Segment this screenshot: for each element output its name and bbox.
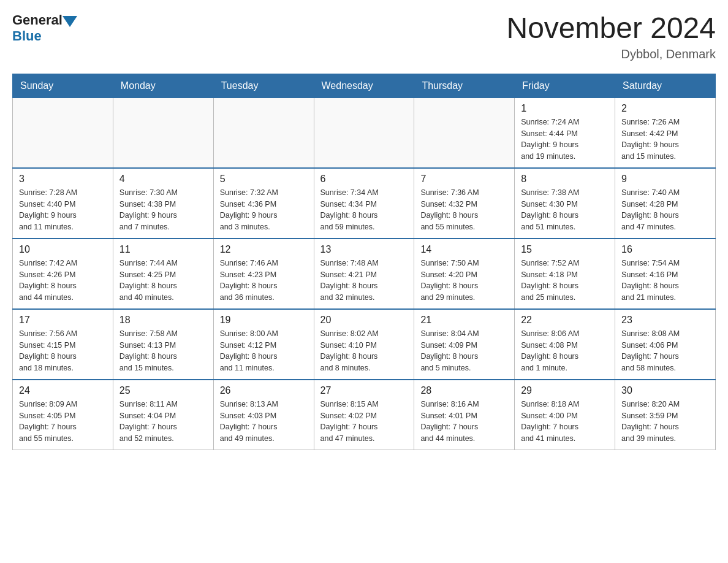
- day-number: 25: [119, 385, 207, 396]
- calendar-day-cell: 4Sunrise: 7:30 AM Sunset: 4:38 PM Daylig…: [113, 168, 213, 239]
- day-of-week-header: Saturday: [615, 74, 716, 98]
- calendar-day-cell: [113, 98, 213, 168]
- day-of-week-header: Wednesday: [314, 74, 414, 98]
- day-info: Sunrise: 7:56 AM Sunset: 4:15 PM Dayligh…: [19, 328, 107, 374]
- calendar-day-cell: 16Sunrise: 7:54 AM Sunset: 4:16 PM Dayli…: [615, 239, 716, 309]
- day-info: Sunrise: 8:18 AM Sunset: 4:00 PM Dayligh…: [521, 399, 609, 445]
- day-info: Sunrise: 8:08 AM Sunset: 4:06 PM Dayligh…: [621, 328, 709, 374]
- calendar-day-cell: 10Sunrise: 7:42 AM Sunset: 4:26 PM Dayli…: [13, 239, 113, 309]
- day-number: 17: [19, 315, 107, 326]
- day-info: Sunrise: 7:24 AM Sunset: 4:44 PM Dayligh…: [521, 117, 609, 163]
- calendar-header-row: SundayMondayTuesdayWednesdayThursdayFrid…: [13, 74, 716, 98]
- day-number: 7: [420, 174, 508, 185]
- calendar-day-cell: 3Sunrise: 7:28 AM Sunset: 4:40 PM Daylig…: [13, 168, 113, 239]
- calendar-day-cell: 28Sunrise: 8:16 AM Sunset: 4:01 PM Dayli…: [414, 380, 515, 450]
- calendar-day-cell: 25Sunrise: 8:11 AM Sunset: 4:04 PM Dayli…: [113, 380, 213, 450]
- calendar-day-cell: 21Sunrise: 8:04 AM Sunset: 4:09 PM Dayli…: [414, 309, 515, 380]
- calendar-day-cell: 8Sunrise: 7:38 AM Sunset: 4:30 PM Daylig…: [515, 168, 615, 239]
- day-info: Sunrise: 7:42 AM Sunset: 4:26 PM Dayligh…: [19, 258, 107, 304]
- day-info: Sunrise: 7:32 AM Sunset: 4:36 PM Dayligh…: [220, 187, 308, 233]
- day-info: Sunrise: 7:48 AM Sunset: 4:21 PM Dayligh…: [320, 258, 408, 304]
- day-info: Sunrise: 8:06 AM Sunset: 4:08 PM Dayligh…: [521, 328, 609, 374]
- calendar-day-cell: 22Sunrise: 8:06 AM Sunset: 4:08 PM Dayli…: [515, 309, 615, 380]
- calendar-day-cell: 27Sunrise: 8:15 AM Sunset: 4:02 PM Dayli…: [314, 380, 414, 450]
- logo-group: General Blue: [12, 12, 77, 44]
- calendar-day-cell: 29Sunrise: 8:18 AM Sunset: 4:00 PM Dayli…: [515, 380, 615, 450]
- calendar-day-cell: 30Sunrise: 8:20 AM Sunset: 3:59 PM Dayli…: [615, 380, 716, 450]
- calendar-day-cell: 2Sunrise: 7:26 AM Sunset: 4:42 PM Daylig…: [615, 98, 716, 168]
- day-number: 8: [521, 174, 609, 185]
- calendar-day-cell: 14Sunrise: 7:50 AM Sunset: 4:20 PM Dayli…: [414, 239, 515, 309]
- day-info: Sunrise: 8:15 AM Sunset: 4:02 PM Dayligh…: [320, 399, 408, 445]
- day-number: 15: [521, 244, 609, 255]
- day-of-week-header: Friday: [515, 74, 615, 98]
- month-title: November 2024: [506, 12, 716, 45]
- calendar-day-cell: 6Sunrise: 7:34 AM Sunset: 4:34 PM Daylig…: [314, 168, 414, 239]
- day-number: 30: [621, 385, 709, 396]
- calendar-day-cell: 23Sunrise: 8:08 AM Sunset: 4:06 PM Dayli…: [615, 309, 716, 380]
- day-number: 1: [521, 103, 609, 114]
- day-number: 6: [320, 174, 408, 185]
- day-number: 18: [119, 315, 207, 326]
- day-info: Sunrise: 8:20 AM Sunset: 3:59 PM Dayligh…: [621, 399, 709, 445]
- day-info: Sunrise: 7:54 AM Sunset: 4:16 PM Dayligh…: [621, 258, 709, 304]
- day-number: 20: [320, 315, 408, 326]
- day-number: 4: [119, 174, 207, 185]
- day-number: 3: [19, 174, 107, 185]
- day-of-week-header: Thursday: [414, 74, 515, 98]
- day-info: Sunrise: 8:16 AM Sunset: 4:01 PM Dayligh…: [420, 399, 508, 445]
- day-number: 5: [220, 174, 308, 185]
- calendar-day-cell: [213, 98, 314, 168]
- calendar-day-cell: 11Sunrise: 7:44 AM Sunset: 4:25 PM Dayli…: [113, 239, 213, 309]
- logo-top-row: General: [12, 12, 77, 28]
- calendar-day-cell: 20Sunrise: 8:02 AM Sunset: 4:10 PM Dayli…: [314, 309, 414, 380]
- day-number: 11: [119, 244, 207, 255]
- day-number: 16: [621, 244, 709, 255]
- day-info: Sunrise: 7:44 AM Sunset: 4:25 PM Dayligh…: [119, 258, 207, 304]
- calendar-day-cell: 9Sunrise: 7:40 AM Sunset: 4:28 PM Daylig…: [615, 168, 716, 239]
- day-info: Sunrise: 8:00 AM Sunset: 4:12 PM Dayligh…: [220, 328, 308, 374]
- day-number: 27: [320, 385, 408, 396]
- day-info: Sunrise: 7:46 AM Sunset: 4:23 PM Dayligh…: [220, 258, 308, 304]
- day-number: 2: [621, 103, 709, 114]
- title-section: November 2024 Dybbol, Denmark: [506, 12, 716, 61]
- calendar-day-cell: 5Sunrise: 7:32 AM Sunset: 4:36 PM Daylig…: [213, 168, 314, 239]
- calendar-week-row: 17Sunrise: 7:56 AM Sunset: 4:15 PM Dayli…: [13, 309, 716, 380]
- calendar-day-cell: 18Sunrise: 7:58 AM Sunset: 4:13 PM Dayli…: [113, 309, 213, 380]
- calendar-week-row: 24Sunrise: 8:09 AM Sunset: 4:05 PM Dayli…: [13, 380, 716, 450]
- day-number: 14: [420, 244, 508, 255]
- day-number: 26: [220, 385, 308, 396]
- day-number: 19: [220, 315, 308, 326]
- day-number: 23: [621, 315, 709, 326]
- day-number: 24: [19, 385, 107, 396]
- logo: General Blue: [12, 12, 77, 44]
- day-info: Sunrise: 7:38 AM Sunset: 4:30 PM Dayligh…: [521, 187, 609, 233]
- day-info: Sunrise: 7:26 AM Sunset: 4:42 PM Dayligh…: [621, 117, 709, 163]
- calendar-day-cell: 15Sunrise: 7:52 AM Sunset: 4:18 PM Dayli…: [515, 239, 615, 309]
- calendar-table: SundayMondayTuesdayWednesdayThursdayFrid…: [12, 74, 716, 450]
- day-number: 22: [521, 315, 609, 326]
- calendar-day-cell: 13Sunrise: 7:48 AM Sunset: 4:21 PM Dayli…: [314, 239, 414, 309]
- logo-general-text: General: [12, 12, 63, 28]
- day-info: Sunrise: 7:36 AM Sunset: 4:32 PM Dayligh…: [420, 187, 508, 233]
- calendar-day-cell: 12Sunrise: 7:46 AM Sunset: 4:23 PM Dayli…: [213, 239, 314, 309]
- calendar-week-row: 3Sunrise: 7:28 AM Sunset: 4:40 PM Daylig…: [13, 168, 716, 239]
- calendar-day-cell: [314, 98, 414, 168]
- calendar-day-cell: [13, 98, 113, 168]
- day-info: Sunrise: 8:11 AM Sunset: 4:04 PM Dayligh…: [119, 399, 207, 445]
- logo-blue-text: Blue: [12, 28, 77, 44]
- day-info: Sunrise: 7:52 AM Sunset: 4:18 PM Dayligh…: [521, 258, 609, 304]
- day-number: 9: [621, 174, 709, 185]
- day-info: Sunrise: 7:50 AM Sunset: 4:20 PM Dayligh…: [420, 258, 508, 304]
- page-header: General Blue November 2024 Dybbol, Denma…: [12, 12, 716, 61]
- day-of-week-header: Tuesday: [213, 74, 314, 98]
- location-text: Dybbol, Denmark: [506, 47, 716, 61]
- day-number: 12: [220, 244, 308, 255]
- calendar-day-cell: 19Sunrise: 8:00 AM Sunset: 4:12 PM Dayli…: [213, 309, 314, 380]
- day-info: Sunrise: 8:04 AM Sunset: 4:09 PM Dayligh…: [420, 328, 508, 374]
- day-number: 13: [320, 244, 408, 255]
- day-info: Sunrise: 7:34 AM Sunset: 4:34 PM Dayligh…: [320, 187, 408, 233]
- calendar-day-cell: 26Sunrise: 8:13 AM Sunset: 4:03 PM Dayli…: [213, 380, 314, 450]
- day-info: Sunrise: 8:02 AM Sunset: 4:10 PM Dayligh…: [320, 328, 408, 374]
- calendar-week-row: 10Sunrise: 7:42 AM Sunset: 4:26 PM Dayli…: [13, 239, 716, 309]
